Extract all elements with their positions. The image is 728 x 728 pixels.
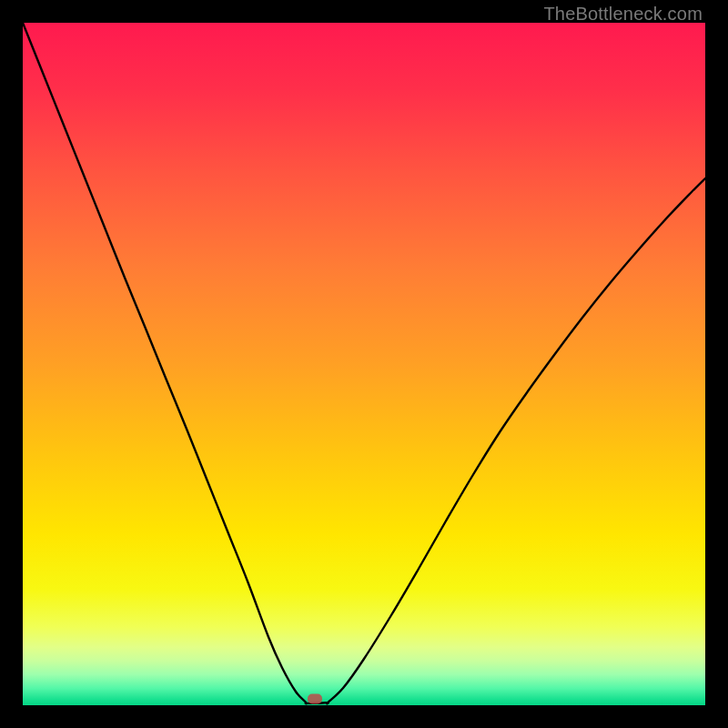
watermark-text: TheBottleneck.com (543, 4, 703, 25)
plot-area (23, 23, 705, 705)
optimal-marker (308, 694, 322, 704)
bottleneck-curve (23, 23, 705, 703)
chart-frame: TheBottleneck.com (0, 0, 728, 728)
curve-layer (23, 23, 705, 705)
